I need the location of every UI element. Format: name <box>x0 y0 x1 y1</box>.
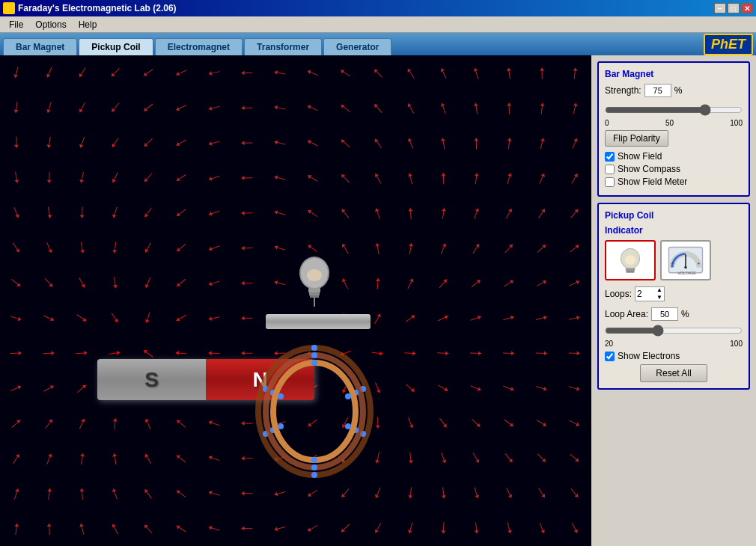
show-field-label[interactable]: Show Field <box>618 151 662 162</box>
svg-rect-5 <box>310 295 319 298</box>
show-field-meter-checkbox[interactable] <box>605 177 615 187</box>
strength-slider-container: 0 50 100 <box>605 103 743 127</box>
sim-area: S N <box>0 55 591 546</box>
main-content: S N <box>0 55 756 546</box>
svg-text:−: − <box>671 260 674 266</box>
svg-point-21 <box>273 363 356 460</box>
loop-area-min: 20 <box>605 340 613 348</box>
loops-label: Loops: <box>605 289 632 299</box>
menu-file[interactable]: File <box>3 18 29 31</box>
show-compass-checkbox[interactable] <box>605 165 615 174</box>
magnet-south: S <box>97 359 206 400</box>
indicator-label: Indicator <box>605 225 743 236</box>
loops-value: 2 <box>637 289 642 299</box>
tab-bar: Bar Magnet Pickup Coil Electromagnet Tra… <box>0 33 756 55</box>
svg-point-11 <box>311 472 317 478</box>
indicator-bulb[interactable] <box>605 240 656 280</box>
close-button[interactable]: ✕ <box>741 3 753 13</box>
indicator-options: − + VOLTAGE <box>605 240 743 280</box>
svg-rect-4 <box>309 292 320 295</box>
coil-base <box>266 314 371 329</box>
svg-point-23 <box>345 393 351 399</box>
svg-point-8 <box>311 345 317 351</box>
reset-all-button[interactable]: Reset All <box>640 364 707 382</box>
strength-pct: % <box>674 85 683 96</box>
loop-area-pct: % <box>681 309 689 319</box>
svg-text:VOLTAGE: VOLTAGE <box>677 271 696 275</box>
strength-slider[interactable] <box>605 103 743 117</box>
svg-point-14 <box>266 355 363 467</box>
loop-area-slider[interactable] <box>605 324 743 337</box>
svg-point-25 <box>311 457 317 463</box>
show-electrons-checkbox[interactable] <box>605 352 615 361</box>
right-panel: Bar Magnet Strength: 75 % 0 50 100 Flip … <box>591 55 756 546</box>
strength-label: Strength: <box>605 85 641 96</box>
pickup-coil-panel: Pickup Coil Indicator <box>597 203 750 390</box>
svg-rect-3 <box>308 288 320 292</box>
loops-spinner: 2 ▲ ▼ <box>635 286 665 301</box>
svg-point-18 <box>311 464 317 470</box>
loops-increment[interactable]: ▲ <box>656 286 662 294</box>
title-bar: ⚡ Faraday's Electromagnetic Lab (2.06) −… <box>0 0 756 16</box>
light-bulb-display <box>292 247 337 314</box>
menu-options[interactable]: Options <box>29 18 72 31</box>
svg-point-26 <box>278 423 284 429</box>
pickup-coil-display[interactable] <box>247 329 382 494</box>
tab-electromagnet[interactable]: Electromagnet <box>155 38 243 55</box>
tab-pickup-coil[interactable]: Pickup Coil <box>79 38 153 55</box>
maximize-button[interactable]: □ <box>728 3 740 13</box>
loops-decrement[interactable]: ▼ <box>656 294 662 301</box>
menu-bar: File Options Help <box>0 16 756 33</box>
tab-bar-magnet[interactable]: Bar Magnet <box>3 38 77 55</box>
pickup-coil-title: Pickup Coil <box>605 210 743 221</box>
show-field-meter-label[interactable]: Show Field Meter <box>618 177 687 187</box>
svg-point-24 <box>345 423 351 429</box>
svg-point-15 <box>311 352 317 358</box>
svg-point-27 <box>278 393 284 399</box>
tab-generator[interactable]: Generator <box>323 38 391 55</box>
flip-polarity-button[interactable]: Flip Polarity <box>605 130 668 147</box>
minimize-button[interactable]: − <box>714 3 726 13</box>
svg-rect-31 <box>627 271 635 273</box>
show-compass-label[interactable]: Show Compass <box>618 164 680 174</box>
svg-point-34 <box>684 266 687 269</box>
strength-min: 0 <box>605 119 609 127</box>
phet-logo: PhET <box>704 34 753 55</box>
loop-area-value: 50 <box>651 307 678 321</box>
show-field-checkbox[interactable] <box>605 152 615 162</box>
indicator-voltmeter[interactable]: − + VOLTAGE <box>660 240 711 280</box>
svg-point-29 <box>625 255 635 265</box>
strength-mid: 50 <box>665 119 674 127</box>
app-icon: ⚡ <box>3 2 15 14</box>
loop-area-slider-container: 20 100 <box>605 324 743 348</box>
bar-magnet-panel: Bar Magnet Strength: 75 % 0 50 100 Flip … <box>597 61 750 197</box>
bar-magnet-title: Bar Magnet <box>605 69 743 79</box>
svg-text:+: + <box>697 260 700 266</box>
loop-area-label: Loop Area: <box>605 309 648 319</box>
strength-max: 100 <box>730 119 743 127</box>
strength-value: 75 <box>644 84 671 97</box>
window-title: Faraday's Electromagnetic Lab (2.06) <box>18 3 177 13</box>
menu-help[interactable]: Help <box>73 18 103 31</box>
tab-transformer[interactable]: Transformer <box>244 38 322 55</box>
svg-point-2 <box>307 269 322 281</box>
loop-area-max: 100 <box>730 340 743 348</box>
svg-rect-30 <box>626 268 635 271</box>
show-electrons-label[interactable]: Show Electrons <box>618 351 680 361</box>
svg-point-22 <box>311 360 317 366</box>
